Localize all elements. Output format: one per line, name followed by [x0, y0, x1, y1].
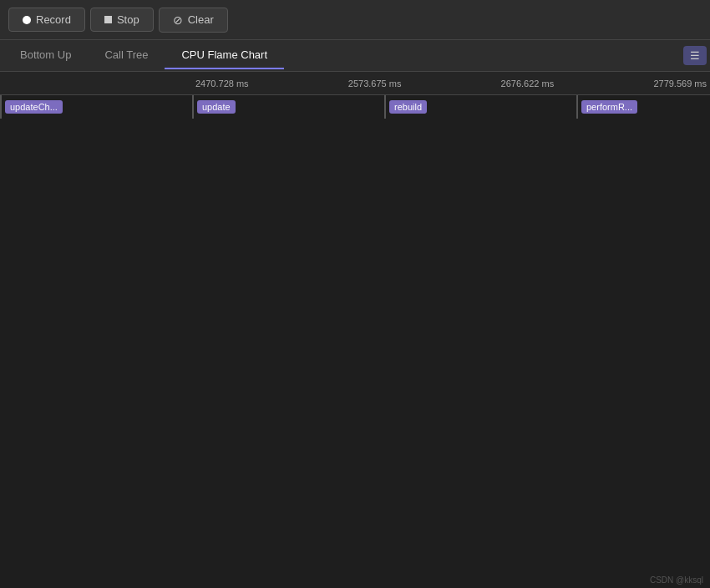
time-marker-3: 2676.622 ms	[501, 79, 555, 89]
tab-bottom-up[interactable]: Bottom Up	[3, 42, 88, 69]
left-cell: performR...	[576, 95, 710, 119]
left-cell: update	[192, 95, 384, 119]
time-marker-1: 2470.728 ms	[195, 79, 249, 89]
table-row[interactable]: rebuildupdate	[384, 95, 576, 119]
clear-label: Clear	[188, 13, 214, 26]
call-label: update	[197, 100, 236, 114]
left-cell: rebuild	[384, 95, 576, 119]
time-marker-4: 2779.569 ms	[653, 79, 707, 89]
tab-cpu-flame-chart[interactable]: CPU Flame Chart	[165, 42, 284, 69]
stop-button[interactable]: Stop	[90, 8, 154, 32]
time-markers: 2470.728 ms 2573.675 ms 2676.622 ms 2779…	[192, 79, 710, 89]
watermark: CSDN @kksql	[650, 575, 703, 585]
call-label: updateCh...	[5, 100, 63, 114]
tabs-bar: Bottom Up Call Tree CPU Flame Chart ☰	[0, 40, 710, 72]
stop-icon	[104, 16, 112, 23]
filter-button[interactable]: ☰	[683, 46, 707, 65]
stop-label: Stop	[117, 13, 139, 26]
record-button[interactable]: Record	[8, 8, 85, 32]
timeline-header: 2470.728 ms 2573.675 ms 2676.622 ms 2779…	[0, 72, 710, 95]
main-content: updateCh...updateChildrenupdateupdateChi…	[0, 95, 710, 571]
toolbar: Record Stop ⊘ Clear	[0, 0, 710, 40]
table-row[interactable]: performR...updateChild	[576, 95, 710, 119]
clear-button[interactable]: ⊘ Clear	[159, 8, 228, 33]
time-marker-2: 2573.675 ms	[348, 79, 402, 89]
call-label: performR...	[581, 100, 637, 114]
record-icon	[23, 16, 31, 24]
table-row[interactable]: updateupdateChild	[192, 95, 384, 119]
clear-icon: ⊘	[173, 13, 183, 27]
left-cell: updateCh...	[0, 95, 192, 119]
table-row[interactable]: updateCh...updateChildren	[0, 95, 192, 119]
record-label: Record	[36, 13, 71, 26]
tab-call-tree[interactable]: Call Tree	[88, 42, 165, 69]
call-label: rebuild	[389, 100, 427, 114]
